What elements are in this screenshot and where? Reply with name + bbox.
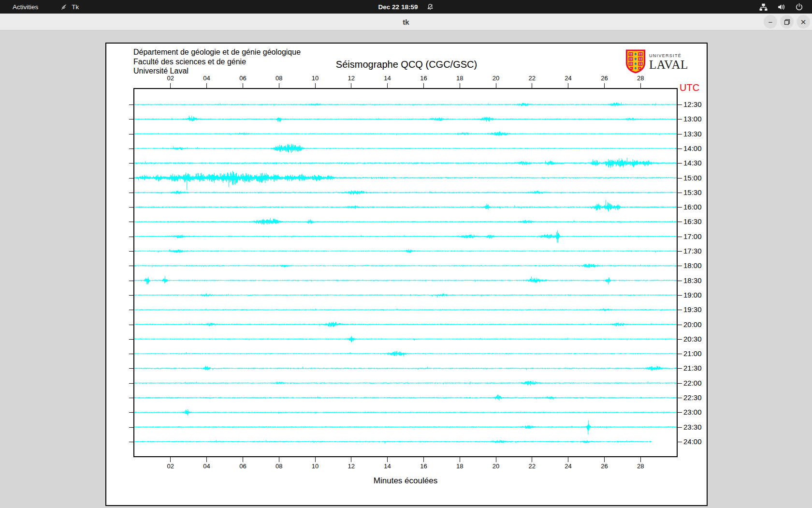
x-tick-bottom-mark (387, 457, 388, 462)
x-tick-top-label: 22 (525, 75, 539, 82)
x-tick-bottom-label: 16 (416, 463, 431, 470)
x-tick-top-mark (387, 83, 388, 88)
utc-tick-mark (678, 163, 682, 164)
utc-time-label: 16:30 (683, 217, 702, 225)
activities-label: Activities (13, 3, 38, 11)
utc-tick-mark (678, 266, 682, 266)
x-tick-top-label: 04 (200, 75, 214, 82)
x-tick-top-mark (496, 83, 496, 88)
utc-tick-mark (678, 354, 682, 354)
left-tick-mark (129, 442, 133, 442)
x-tick-bottom-label: 14 (380, 463, 395, 470)
utc-time-label: 16:00 (683, 203, 702, 211)
power-icon[interactable] (795, 3, 803, 11)
x-tick-bottom-label: 04 (200, 463, 214, 470)
x-tick-top-label: 14 (380, 75, 395, 82)
x-tick-top-label: 12 (344, 75, 359, 82)
left-tick-mark (129, 237, 133, 237)
window-titlebar: tk − ✕ (0, 14, 812, 30)
x-tick-top-label: 10 (308, 75, 322, 82)
utc-tick-mark (678, 398, 682, 398)
x-tick-bottom-label: 20 (489, 463, 503, 470)
x-tick-bottom-mark (568, 457, 568, 462)
utc-tick-mark (678, 442, 682, 442)
x-tick-top-mark (243, 83, 243, 88)
restore-icon (784, 19, 790, 25)
utc-tick-mark (678, 222, 682, 222)
utc-tick-mark (678, 295, 682, 296)
left-tick-mark (129, 178, 133, 179)
utc-tick-mark (678, 368, 682, 369)
left-tick-mark (129, 266, 133, 266)
utc-time-label: 20:00 (683, 320, 702, 329)
volume-icon[interactable] (777, 3, 785, 11)
close-button[interactable]: ✕ (797, 15, 810, 29)
utc-tick-mark (678, 105, 682, 105)
utc-time-label: 13:00 (683, 115, 702, 123)
utc-tick-mark (678, 325, 682, 325)
left-tick-mark (129, 193, 133, 193)
x-tick-top-mark (460, 83, 460, 88)
page-title: Séismographe QCQ (CGC/GSC) (106, 59, 707, 70)
x-tick-bottom-mark (279, 457, 279, 462)
x-axis-label: Minutes écoulées (134, 476, 677, 486)
utc-time-label: 21:30 (683, 364, 702, 372)
left-tick-mark (129, 163, 133, 164)
x-tick-bottom-mark (170, 457, 171, 462)
laval-logo: UNIVERSITÉ LAVAL (625, 49, 688, 75)
minimize-button[interactable]: − (764, 15, 777, 29)
utc-time-label: 24:00 (683, 437, 702, 446)
x-tick-bottom-label: 24 (561, 463, 576, 470)
left-tick-mark (129, 354, 133, 354)
x-tick-bottom-label: 10 (308, 463, 322, 470)
utc-tick-mark (678, 237, 682, 237)
maximize-button[interactable] (780, 15, 794, 29)
network-icon[interactable] (759, 3, 768, 11)
utc-tick-mark (678, 149, 682, 149)
tk-app-menu[interactable]: Tk (57, 0, 83, 14)
utc-tick-mark (678, 178, 682, 179)
left-tick-mark (129, 325, 133, 325)
left-tick-mark (129, 222, 133, 222)
left-tick-mark (129, 105, 133, 105)
x-tick-top-mark (170, 83, 171, 88)
x-tick-top-mark (315, 83, 316, 88)
x-tick-top-label: 18 (452, 75, 467, 82)
utc-time-label: 17:30 (683, 247, 702, 255)
utc-tick-mark (678, 134, 682, 134)
utc-tick-mark (678, 119, 682, 120)
seismograph-panel: Département de géologie et de génie géol… (105, 43, 708, 506)
screen: Activities Tk Dec 22 18:59 (0, 0, 812, 508)
x-tick-top-label: 08 (272, 75, 286, 82)
utc-time-label: 18:30 (683, 276, 702, 284)
left-tick-mark (129, 251, 133, 252)
x-tick-bottom-mark (243, 457, 243, 462)
x-tick-top-label: 06 (235, 75, 250, 82)
utc-time-label: 18:00 (683, 261, 702, 269)
activities-button[interactable]: Activities (9, 0, 42, 14)
utc-time-label: 15:00 (683, 174, 702, 182)
x-tick-top-mark (640, 83, 641, 88)
x-tick-top-label: 02 (163, 75, 178, 82)
x-tick-bottom-label: 12 (344, 463, 359, 470)
left-tick-mark (129, 281, 133, 281)
left-tick-mark (129, 427, 133, 428)
utc-tick-mark (678, 412, 682, 413)
utc-time-label: 12:30 (683, 100, 702, 108)
utc-time-label: 23:30 (683, 423, 702, 431)
left-tick-mark (129, 207, 133, 208)
notifications-disabled-icon (426, 3, 434, 11)
clock-label: Dec 22 18:59 (378, 3, 418, 11)
x-tick-top-mark (351, 83, 351, 88)
x-tick-bottom-mark (496, 457, 496, 462)
utc-label: UTC (680, 82, 699, 93)
clock-button[interactable]: Dec 22 18:59 (375, 0, 438, 14)
left-tick-mark (129, 119, 133, 120)
utc-tick-mark (678, 281, 682, 281)
close-icon: ✕ (800, 18, 807, 26)
left-tick-mark (129, 295, 133, 296)
header-line-1: Département de géologie et de génie géol… (133, 47, 301, 57)
left-tick-mark (129, 398, 133, 398)
x-tick-bottom-label: 22 (525, 463, 539, 470)
left-tick-mark (129, 383, 133, 384)
